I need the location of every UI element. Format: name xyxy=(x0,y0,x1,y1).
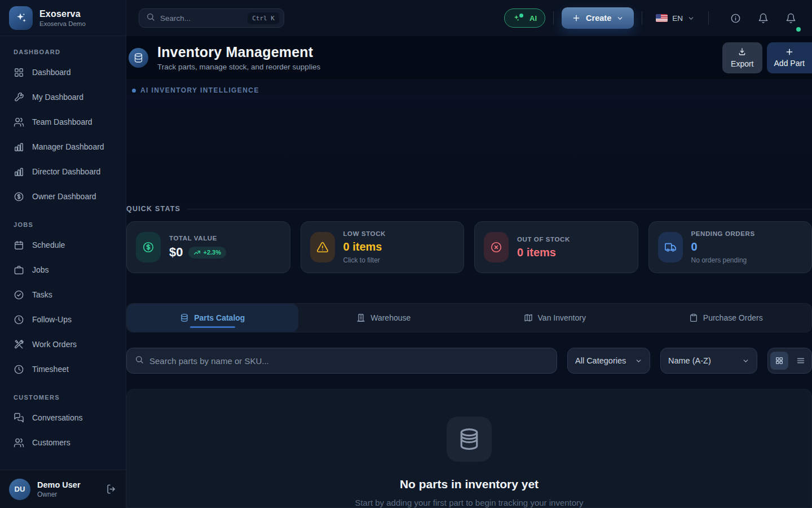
divider xyxy=(553,11,554,25)
header-actions: Export Add Part xyxy=(722,42,812,73)
sidebar-item-dashboard[interactable]: Dashboard xyxy=(7,61,119,84)
inventory-tabs: Parts Catalog Warehouse Van Inventory Pu… xyxy=(126,303,812,332)
app-root: Exoserva Exoserva Demo DASHBOARD Dashboa… xyxy=(0,0,812,508)
nav-label: Work Orders xyxy=(32,340,77,349)
info-icon[interactable] xyxy=(730,13,741,24)
nav-label: Schedule xyxy=(32,240,65,249)
stat-value: 0 items xyxy=(343,240,386,253)
notifications-bell-icon[interactable] xyxy=(758,13,769,24)
dollar-circle-icon xyxy=(136,232,161,262)
list-view-icon[interactable] xyxy=(792,352,810,370)
logo-title: Exoserva xyxy=(39,9,86,19)
content: AI INVENTORY INTELLIGENCE QUICK STATS TO… xyxy=(126,79,812,508)
tab-parts-catalog[interactable]: Parts Catalog xyxy=(127,304,298,332)
ai-label: AI xyxy=(529,14,537,23)
sort-select[interactable]: Name (A-Z) xyxy=(660,348,757,374)
sidebar-item-tasks[interactable]: Tasks xyxy=(7,283,119,306)
clock-icon xyxy=(14,314,24,325)
stat-hint: Click to filter xyxy=(343,256,386,264)
user-footer[interactable]: DU Demo User Owner xyxy=(0,470,126,508)
sidebar: Exoserva Exoserva Demo DASHBOARD Dashboa… xyxy=(0,0,126,508)
ai-assistant-button[interactable]: AI xyxy=(504,8,545,28)
nav-section-dashboard: DASHBOARD xyxy=(14,49,112,55)
nav-label: Dashboard xyxy=(32,68,71,77)
parts-search[interactable] xyxy=(126,348,557,374)
sidebar-item-customers[interactable]: Customers xyxy=(7,431,119,454)
nav-label: Team Dashboard xyxy=(32,117,92,126)
sidebar-item-manager-dashboard[interactable]: Manager Dashboard xyxy=(7,135,119,158)
parts-search-input[interactable] xyxy=(149,356,549,366)
nav-label: Follow-Ups xyxy=(32,315,72,324)
stat-card-pending-orders[interactable]: PENDING ORDERS 0 No orders pending xyxy=(648,221,812,273)
x-circle-icon xyxy=(484,232,509,262)
grid-icon xyxy=(14,67,24,78)
warning-triangle-icon xyxy=(310,232,335,262)
add-part-label: Add Part xyxy=(774,59,805,68)
sidebar-nav: DASHBOARD Dashboard My Dashboard Team Da… xyxy=(0,36,126,454)
stat-body: PENDING ORDERS 0 No orders pending xyxy=(691,230,755,264)
create-label: Create xyxy=(586,14,611,23)
export-button[interactable]: Export xyxy=(722,42,762,73)
logo-subtitle: Exoserva Demo xyxy=(39,20,86,27)
quick-stats-header: QUICK STATS xyxy=(126,205,812,213)
tab-label: Van Inventory xyxy=(538,313,586,322)
page-header-text: Inventory Management Track parts, manage… xyxy=(157,44,320,71)
nav-label: Customers xyxy=(32,438,70,447)
quick-stats-label: QUICK STATS xyxy=(126,205,180,213)
status-dot xyxy=(796,27,801,32)
stat-card-out-of-stock[interactable]: OUT OF STOCK 0 items xyxy=(474,221,638,273)
parts-panel: No parts in inventory yet Start by addin… xyxy=(126,389,812,508)
alerts-bell-icon[interactable] xyxy=(785,13,796,24)
tab-label: Purchase Orders xyxy=(703,313,763,322)
sidebar-item-owner-dashboard[interactable]: Owner Dashboard xyxy=(7,185,119,208)
sort-value: Name (A-Z) xyxy=(668,356,711,365)
sidebar-item-jobs[interactable]: Jobs xyxy=(7,259,119,281)
add-part-button[interactable]: Add Part xyxy=(767,42,812,73)
us-flag-icon xyxy=(656,14,668,22)
logout-icon[interactable] xyxy=(106,484,117,494)
sparkles-icon xyxy=(9,6,33,30)
nav-label: Jobs xyxy=(32,265,49,274)
tab-warehouse[interactable]: Warehouse xyxy=(298,304,470,332)
global-search-input[interactable] xyxy=(160,14,242,23)
sidebar-item-schedule[interactable]: Schedule xyxy=(7,234,119,256)
trend-value: +2.3% xyxy=(203,249,221,256)
tab-van-inventory[interactable]: Van Inventory xyxy=(469,304,641,332)
create-button[interactable]: Create xyxy=(562,7,634,29)
sidebar-item-conversations[interactable]: Conversations xyxy=(7,406,119,429)
stat-title: PENDING ORDERS xyxy=(691,230,755,237)
tab-purchase-orders[interactable]: Purchase Orders xyxy=(641,304,812,332)
sidebar-item-team-dashboard[interactable]: Team Dashboard xyxy=(7,111,119,133)
chevron-down-icon xyxy=(616,15,624,22)
bar-chart-icon xyxy=(14,142,24,152)
sidebar-item-work-orders[interactable]: Work Orders xyxy=(7,333,119,356)
stat-value: 0 items xyxy=(517,246,570,259)
database-icon xyxy=(447,417,492,462)
stat-body: LOW STOCK 0 items Click to filter xyxy=(343,230,386,264)
global-search[interactable]: Ctrl K xyxy=(139,8,284,28)
stat-card-total-value[interactable]: TOTAL VALUE $0 +2.3% xyxy=(126,221,290,273)
grid-view-icon[interactable] xyxy=(770,352,788,370)
language-selector[interactable]: EN xyxy=(656,14,695,23)
user-role: Owner xyxy=(37,491,81,498)
sidebar-item-follow-ups[interactable]: Follow-Ups xyxy=(7,308,119,331)
user-name: Demo User xyxy=(37,480,81,489)
quick-stats-cards: TOTAL VALUE $0 +2.3% xyxy=(126,221,812,273)
sidebar-item-timesheet[interactable]: Timesheet xyxy=(7,358,119,380)
sidebar-item-director-dashboard[interactable]: Director Dashboard xyxy=(7,160,119,183)
nav-label: Director Dashboard xyxy=(32,167,100,176)
category-select[interactable]: All Categories xyxy=(567,348,650,374)
clipboard-icon xyxy=(689,313,698,322)
stat-card-low-stock[interactable]: LOW STOCK 0 items Click to filter xyxy=(301,221,465,273)
nav-label: Timesheet xyxy=(32,365,69,374)
workspace-logo[interactable]: Exoserva Exoserva Demo xyxy=(0,0,126,36)
nav-section-jobs: JOBS xyxy=(14,221,112,228)
stat-title: TOTAL VALUE xyxy=(169,235,226,242)
stat-value: 0 xyxy=(691,240,755,253)
ai-intelligence-header: AI INVENTORY INTELLIGENCE xyxy=(132,86,812,94)
sidebar-item-my-dashboard[interactable]: My Dashboard xyxy=(7,86,119,108)
check-circle-icon xyxy=(14,290,24,300)
page-title: Inventory Management xyxy=(157,44,320,60)
stat-body: OUT OF STOCK 0 items xyxy=(517,236,570,259)
stat-title: OUT OF STOCK xyxy=(517,236,570,243)
